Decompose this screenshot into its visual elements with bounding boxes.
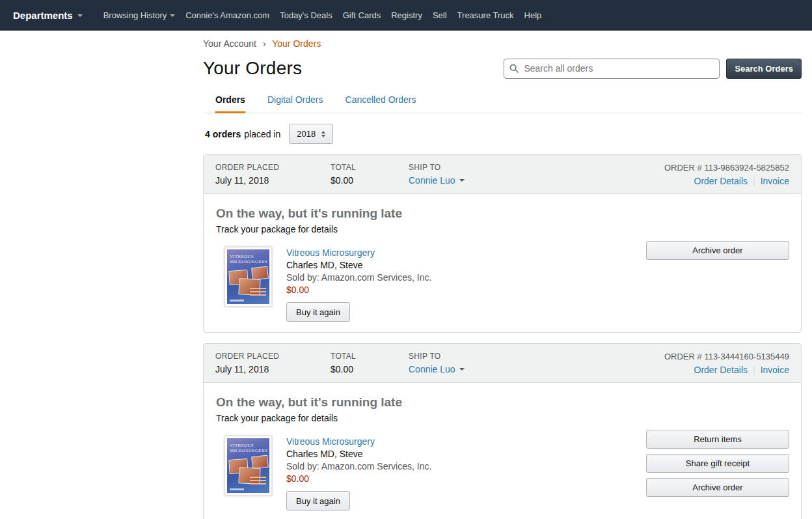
breadcrumb-your-account[interactable]: Your Account [203,38,256,49]
order-header-columns: ORDER PLACED July 11, 2018 TOTAL $0.00 S… [215,352,465,375]
tab-digital-orders[interactable]: Digital Orders [267,94,323,113]
departments-label: Departments [13,10,73,21]
search-orders-input[interactable] [504,59,720,79]
updown-arrows-icon [321,131,325,137]
chevron-down-icon [459,179,465,182]
product-image[interactable]: VITREOUS MICROSURGERY [224,436,272,496]
product-author: Charles MD, Steve [286,448,431,460]
order-header-right: ORDER # 113-9863924-5825852 Order Detail… [664,163,789,186]
cover-publisher-mark [230,488,244,490]
order-card-body: On the way, but it's running late Track … [204,194,801,332]
cover-photo [251,266,269,281]
shipment-status-title: On the way, but it's running late [216,206,789,221]
cover-author-lines [250,288,266,296]
ship-to-recipient[interactable]: Connie Luo [409,175,465,186]
nav-item-connies-amazon[interactable]: Connie's Amazon.com [185,10,269,20]
invoice-link[interactable]: Invoice [761,365,789,375]
link-divider: | [753,365,755,375]
order-placed-date: July 11, 2018 [215,364,331,374]
order-card: ORDER PLACED July 11, 2018 TOTAL $0.00 S… [203,154,802,333]
order-card-header: ORDER PLACED July 11, 2018 TOTAL $0.00 S… [204,344,801,383]
product-author: Charles MD, Steve [286,259,431,272]
top-navbar: Departments Browsing History Connie's Am… [0,0,812,31]
invoice-link[interactable]: Invoice [761,176,789,186]
order-header-right: ORDER # 113-3444160-5135449 Order Detail… [664,352,789,375]
nav-links: Browsing History Connie's Amazon.com Tod… [103,10,542,20]
order-header-links: Order Details|Invoice [664,365,789,375]
nav-item-sell[interactable]: Sell [433,10,447,20]
orders-count: 4 orders [205,129,241,139]
title-row: Your Orders Search Orders [203,58,802,79]
return-items-button[interactable]: Return items [646,430,789,449]
book-cover-title: VITREOUS MICROSURGERY [227,438,269,453]
product-title-link[interactable]: Vitreous Microsurgery [286,436,431,448]
cover-publisher-mark [230,300,244,302]
product-info: Vitreous Microsurgery Charles MD, Steve … [286,436,431,511]
buy-it-again-button[interactable]: Buy it again [286,491,350,511]
buy-it-again-button[interactable]: Buy it again [286,302,350,322]
nav-item-help[interactable]: Help [524,10,542,20]
order-total-column: TOTAL $0.00 [331,163,409,186]
order-total-column: TOTAL $0.00 [331,352,409,375]
shipment-status-title: On the way, but it's running late [216,395,789,410]
year-filter-value: 2018 [297,129,316,139]
order-total-value: $0.00 [331,364,409,374]
order-placed-label: ORDER PLACED [215,352,331,361]
archive-order-button[interactable]: Archive order [646,241,789,260]
product-price: $0.00 [286,284,431,296]
main-content: Your Account › Your Orders Your Orders S… [203,31,802,519]
ship-to-column: SHIP TO Connie Luo [409,163,465,186]
tab-orders[interactable]: Orders [215,94,245,113]
orders-tabs: Orders Digital Orders Cancelled Orders [203,94,802,113]
order-number: ORDER # 113-9863924-5825852 [664,163,789,173]
chevron-down-icon [77,14,83,17]
order-header-links: Order Details|Invoice [664,176,789,186]
shipment-status-subtitle: Track your package for details [216,224,789,234]
link-divider: | [753,176,755,186]
tab-cancelled-orders[interactable]: Cancelled Orders [345,94,416,113]
product-price: $0.00 [286,473,431,485]
nav-item-browsing-history[interactable]: Browsing History [103,10,176,20]
order-search-area: Search Orders [504,59,802,79]
nav-item-todays-deals[interactable]: Today's Deals [280,10,332,20]
product-sold-by: Sold by: Amazon.com Services, Inc. [286,272,431,284]
nav-item-gift-cards[interactable]: Gift Cards [343,10,381,20]
nav-item-registry[interactable]: Registry [391,10,422,20]
breadcrumb-your-orders: Your Orders [272,38,321,49]
search-orders-button[interactable]: Search Orders [726,59,802,79]
cover-photo [251,455,269,470]
ship-to-column: SHIP TO Connie Luo [409,352,465,375]
order-actions: Archive order [646,241,789,265]
ship-to-recipient[interactable]: Connie Luo [409,364,465,374]
share-gift-receipt-button[interactable]: Share gift receipt [646,454,789,473]
order-placed-date: July 11, 2018 [215,175,331,186]
order-placed-column: ORDER PLACED July 11, 2018 [215,163,331,186]
archive-order-button[interactable]: Archive order [646,478,789,497]
order-card: ORDER PLACED July 11, 2018 TOTAL $0.00 S… [203,343,802,519]
orders-summary-text: placed in [244,129,280,139]
year-filter-dropdown[interactable]: 2018 [289,124,333,144]
order-total-label: TOTAL [331,163,409,172]
book-cover: VITREOUS MICROSURGERY [227,438,269,493]
breadcrumb: Your Account › Your Orders [203,31,802,49]
departments-menu[interactable]: Departments [13,10,83,21]
order-total-value: $0.00 [331,175,409,186]
order-details-link[interactable]: Order Details [694,176,748,186]
order-card-body: On the way, but it's running late Track … [204,383,801,519]
search-icon [509,63,519,74]
order-details-link[interactable]: Order Details [694,365,748,375]
nav-item-treasure-truck[interactable]: Treasure Truck [457,10,514,20]
ship-to-label: SHIP TO [409,163,465,172]
cover-author-lines [250,477,266,484]
product-sold-by: Sold by: Amazon.com Services, Inc. [286,460,431,473]
chevron-down-icon [170,14,175,17]
product-title-link[interactable]: Vitreous Microsurgery [286,247,431,259]
order-header-columns: ORDER PLACED July 11, 2018 TOTAL $0.00 S… [215,163,465,186]
order-total-label: TOTAL [331,352,409,361]
order-placed-column: ORDER PLACED July 11, 2018 [215,352,331,375]
product-image[interactable]: VITREOUS MICROSURGERY [224,247,272,307]
order-card-header: ORDER PLACED July 11, 2018 TOTAL $0.00 S… [204,155,801,194]
order-number: ORDER # 113-3444160-5135449 [664,352,789,361]
book-cover-title: VITREOUS MICROSURGERY [227,249,269,264]
ship-to-label: SHIP TO [409,352,465,361]
